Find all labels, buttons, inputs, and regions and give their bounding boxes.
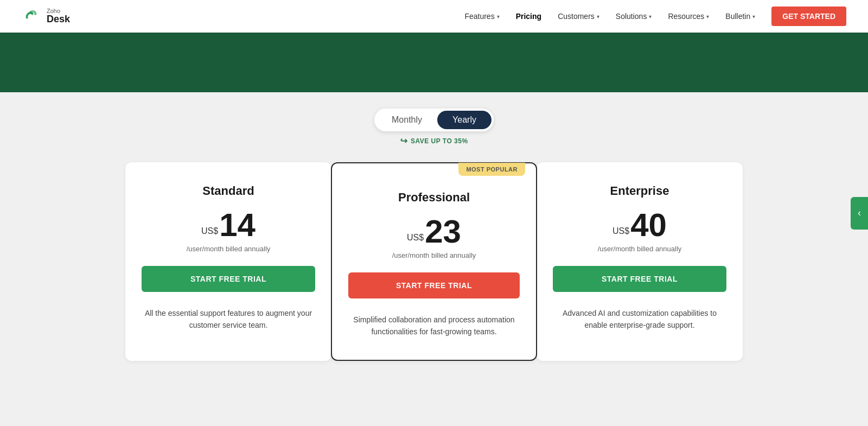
billing-toggle[interactable]: Monthly Yearly xyxy=(374,109,494,131)
enterprise-plan-card: Enterprise US$ 40 /user/month billed ann… xyxy=(537,162,743,361)
customers-chevron: ▾ xyxy=(597,14,599,20)
get-started-button[interactable]: GET STARTED xyxy=(771,7,846,26)
logo[interactable]: Zoho Desk xyxy=(22,7,70,26)
logo-desk-text: Desk xyxy=(47,14,70,25)
bulletin-chevron: ▾ xyxy=(752,14,755,20)
standard-currency: US$ xyxy=(201,226,218,236)
professional-description: Simplified collaboration and process aut… xyxy=(348,314,520,338)
standard-plan-name: Standard xyxy=(142,184,315,198)
enterprise-trial-button[interactable]: START FREE TRIAL xyxy=(553,266,726,292)
most-popular-badge: MOST POPULAR xyxy=(458,163,525,176)
standard-trial-button[interactable]: START FREE TRIAL xyxy=(142,266,315,292)
enterprise-description: Advanced AI and customization capabiliti… xyxy=(553,307,726,332)
standard-description: All the essential support features to au… xyxy=(142,307,315,332)
yearly-toggle[interactable]: Yearly xyxy=(437,111,492,129)
professional-plan-name: Professional xyxy=(348,190,520,205)
pricing-section: Standard US$ 14 /user/month billed annua… xyxy=(0,157,868,383)
enterprise-period: /user/month billed annually xyxy=(553,245,726,253)
side-tab[interactable]: ‹ xyxy=(851,197,868,230)
nav-customers[interactable]: Customers ▾ xyxy=(558,12,599,21)
nav-solutions[interactable]: Solutions ▾ xyxy=(616,12,652,21)
nav-bulletin[interactable]: Bulletin ▾ xyxy=(725,12,755,21)
save-badge: ↩ SAVE UP TO 35% xyxy=(400,136,468,146)
nav-links: Features ▾ Pricing Customers ▾ Solutions… xyxy=(464,7,846,26)
standard-price-row: US$ 14 xyxy=(142,209,315,241)
logo-icon xyxy=(22,7,41,26)
save-arrow-icon: ↩ xyxy=(400,136,407,146)
professional-trial-button[interactable]: START FREE TRIAL xyxy=(348,272,520,298)
standard-plan-card: Standard US$ 14 /user/month billed annua… xyxy=(125,162,331,361)
enterprise-amount: 40 xyxy=(630,209,667,241)
professional-currency: US$ xyxy=(407,233,424,243)
professional-amount: 23 xyxy=(425,215,461,248)
standard-amount: 14 xyxy=(219,209,256,241)
toggle-section: Monthly Yearly ↩ SAVE UP TO 35% xyxy=(0,92,868,157)
monthly-toggle[interactable]: Monthly xyxy=(376,111,437,129)
enterprise-price-row: US$ 40 xyxy=(553,209,726,241)
svg-rect-0 xyxy=(22,7,41,26)
resources-chevron: ▾ xyxy=(706,14,709,20)
standard-period: /user/month billed annually xyxy=(142,245,315,253)
professional-plan-card: MOST POPULAR Professional US$ 23 /user/m… xyxy=(331,162,537,361)
hero-band xyxy=(0,33,868,92)
enterprise-currency: US$ xyxy=(612,226,629,236)
professional-period: /user/month billed annually xyxy=(348,251,520,259)
nav-features[interactable]: Features ▾ xyxy=(464,12,499,21)
nav-pricing[interactable]: Pricing xyxy=(516,12,541,21)
nav-resources[interactable]: Resources ▾ xyxy=(668,12,709,21)
solutions-chevron: ▾ xyxy=(649,14,652,20)
features-chevron: ▾ xyxy=(497,14,500,20)
navbar: Zoho Desk Features ▾ Pricing Customers ▾… xyxy=(0,0,868,33)
side-tab-chevron-icon: ‹ xyxy=(858,207,861,219)
enterprise-plan-name: Enterprise xyxy=(553,184,726,198)
professional-price-row: US$ 23 xyxy=(348,215,520,248)
